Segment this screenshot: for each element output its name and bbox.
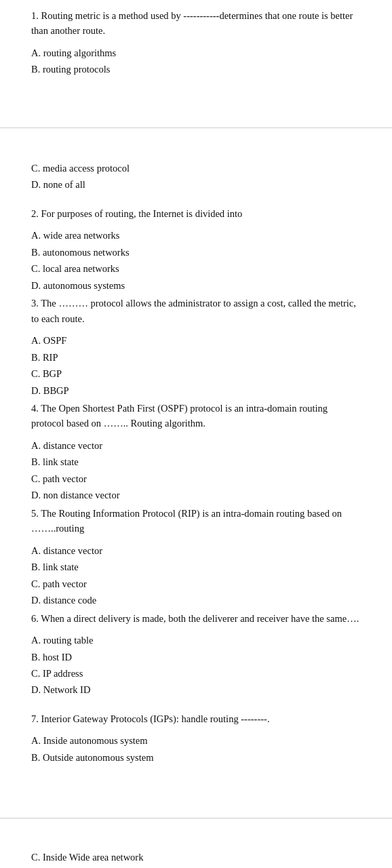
q2-answer-b: B. autonomous networks bbox=[31, 245, 361, 260]
question-1-text: 1. Routing metric is a method used by --… bbox=[31, 8, 361, 39]
q2-answer-c: C. local area networks bbox=[31, 261, 361, 276]
q2-answer-a: A. wide area networks bbox=[31, 228, 361, 243]
q7-answer-b: B. Outside autonomous system bbox=[31, 750, 361, 765]
bottom-section: C. Inside Wide area network D. All of th… bbox=[0, 818, 392, 868]
q4-answer-d: D. non distance vector bbox=[31, 488, 361, 502]
gap-4 bbox=[31, 829, 361, 850]
question-3-text: 3. The ……… protocol allows the administr… bbox=[31, 296, 361, 326]
q6-answers: A. routing table B. host ID C. IP addres… bbox=[31, 633, 361, 698]
q3-answer-b: B. RIP bbox=[31, 350, 361, 365]
q3-answer-d: D. BBGP bbox=[31, 383, 361, 398]
gap-3 bbox=[0, 777, 392, 818]
q5-answer-c: C. path vector bbox=[31, 576, 361, 591]
q5-answer-a: A. distance vector bbox=[31, 543, 361, 558]
page: 1. Routing metric is a method used by --… bbox=[0, 0, 392, 868]
q4-answer-b: B. link state bbox=[31, 454, 361, 469]
q1-answer-b: B. routing protocols bbox=[31, 62, 361, 77]
q1-answer-d: D. none of all bbox=[31, 177, 361, 192]
q2-answers: A. wide area networks B. autonomous netw… bbox=[31, 228, 361, 293]
q5-answer-b: B. link state bbox=[31, 559, 361, 574]
question-7-text: 7. Interior Gateway Protocols (IGPs): ha… bbox=[31, 711, 361, 726]
q1-answer-c: C. media access protocol bbox=[31, 161, 361, 176]
q4-answer-c: C. path vector bbox=[31, 471, 361, 486]
q6-answer-d: D. Network ID bbox=[31, 682, 361, 697]
q6-answer-b: B. host ID bbox=[31, 650, 361, 665]
question-2-text: 2. For purposes of routing, the Internet… bbox=[31, 206, 361, 221]
q6-answer-c: C. IP address bbox=[31, 666, 361, 681]
q7-answers-cd: C. Inside Wide area network D. All of th… bbox=[31, 850, 361, 868]
q7-answer-c: C. Inside Wide area network bbox=[31, 850, 361, 865]
q4-answer-a: A. distance vector bbox=[31, 438, 361, 453]
q3-answer-a: A. OSPF bbox=[31, 333, 361, 348]
question-5-text: 5. The Routing Information Protocol (RIP… bbox=[31, 506, 361, 536]
q1-answers: A. routing algorithms B. routing protoco… bbox=[31, 45, 361, 77]
middle-section: C. media access protocol D. none of all … bbox=[0, 128, 392, 777]
question-4-text: 4. The Open Shortest Path First (OSPF) p… bbox=[31, 401, 361, 431]
gap-1 bbox=[0, 87, 392, 127]
top-section: 1. Routing metric is a method used by --… bbox=[0, 0, 392, 87]
q3-answer-c: C. BGP bbox=[31, 366, 361, 381]
q5-answer-d: D. distance code bbox=[31, 593, 361, 608]
q1-answers-cd: C. media access protocol D. none of all bbox=[31, 161, 361, 193]
gap-2 bbox=[31, 140, 361, 161]
q1-answer-a: A. routing algorithms bbox=[31, 45, 361, 60]
q7-answer-a: A. Inside autonomous system bbox=[31, 733, 361, 748]
q3-answers: A. OSPF B. RIP C. BGP D. BBGP bbox=[31, 333, 361, 398]
q4-answers: A. distance vector B. link state C. path… bbox=[31, 438, 361, 503]
question-6-text: 6. When a direct delivery is made, both … bbox=[31, 611, 361, 626]
q6-answer-a: A. routing table bbox=[31, 633, 361, 648]
q5-answers: A. distance vector B. link state C. path… bbox=[31, 543, 361, 608]
q2-answer-d: D. autonomous systems bbox=[31, 278, 361, 293]
q7-answers: A. Inside autonomous system B. Outside a… bbox=[31, 733, 361, 765]
